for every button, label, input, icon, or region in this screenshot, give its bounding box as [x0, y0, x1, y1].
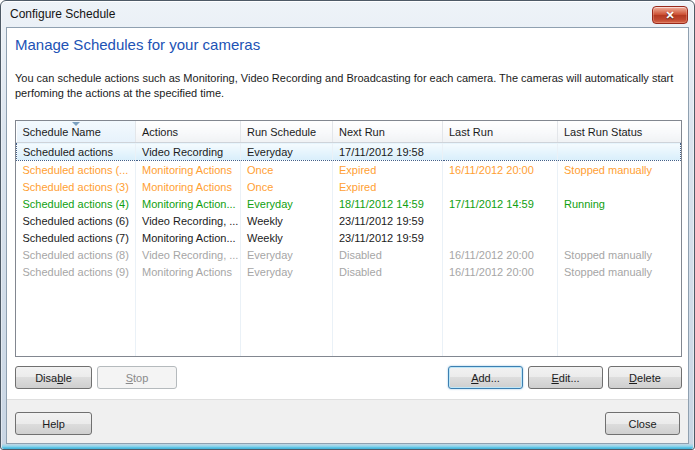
button-label: Close [628, 418, 656, 430]
column-header-last-run[interactable]: Last Run [443, 121, 558, 143]
run-schedule-cell: Everyday [241, 143, 333, 161]
column-header-label: Run Schedule [247, 126, 316, 138]
actions-cell: Video Recording, ... [136, 212, 241, 229]
last-run-cell [443, 212, 558, 229]
column-header-actions[interactable]: Actions [136, 121, 241, 143]
actions-cell: Monitoring Actions [136, 263, 241, 280]
last-run-status-cell [558, 229, 681, 246]
schedule-name-cell: Scheduled actions (3) [17, 178, 136, 195]
next-run-cell: 18/11/2012 14:59 [333, 195, 443, 212]
button-label: le [63, 372, 72, 384]
schedule-table: Schedule Name Actions Run Schedule Next … [15, 120, 682, 357]
last-run-status-cell [558, 143, 681, 161]
column-header-label: Next Run [339, 126, 385, 138]
sort-arrow-icon [72, 122, 80, 126]
schedule-name-cell: Scheduled actions [17, 143, 136, 161]
empty-cell [17, 280, 136, 356]
title-bar[interactable]: Configure Schedule ✕ [1, 1, 694, 27]
last-run-status-cell: Stopped manually [558, 246, 681, 263]
run-schedule-cell: Once [241, 161, 333, 179]
button-label: top [133, 372, 148, 384]
disable-button[interactable]: Disable [15, 366, 92, 389]
button-label: dd... [478, 372, 499, 384]
last-run-cell: 16/11/2012 20:00 [443, 246, 558, 263]
last-run-status-cell: Stopped manually [558, 263, 681, 280]
button-label: Help [42, 418, 65, 430]
button-label: A [471, 372, 478, 384]
table-header-row: Schedule Name Actions Run Schedule Next … [17, 121, 681, 143]
description-text: You can schedule actions such as Monitor… [15, 71, 675, 101]
empty-cell [241, 280, 333, 356]
next-run-cell: 23/11/2012 19:59 [333, 229, 443, 246]
last-run-cell: 16/11/2012 20:00 [443, 161, 558, 179]
button-label: E [551, 372, 558, 384]
run-schedule-cell: Weekly [241, 229, 333, 246]
close-dialog-button[interactable]: Close [605, 412, 680, 435]
empty-cell [136, 280, 241, 356]
run-schedule-cell: Everyday [241, 246, 333, 263]
run-schedule-cell: Everyday [241, 263, 333, 280]
next-run-cell: 17/11/2012 19:58 [333, 143, 443, 161]
table-row[interactable]: Scheduled actions (6) Video Recording, .… [17, 212, 681, 229]
last-run-cell [443, 143, 558, 161]
page-title: Manage Schedules for your cameras [15, 36, 260, 53]
actions-cell: Monitoring Actions [136, 178, 241, 195]
run-schedule-cell: Once [241, 178, 333, 195]
schedule-name-cell: Scheduled actions (6) [17, 212, 136, 229]
column-header-last-run-status[interactable]: Last Run Status [558, 121, 681, 143]
run-schedule-cell: Weekly [241, 212, 333, 229]
table-row[interactable]: Scheduled actions (7) Monitoring Action.… [17, 229, 681, 246]
stop-button: Stop [97, 366, 177, 389]
footer-bar: Help Close [7, 399, 688, 443]
next-run-cell: Disabled [333, 246, 443, 263]
run-schedule-cell: Everyday [241, 195, 333, 212]
schedule-name-cell: Scheduled actions (... [17, 161, 136, 179]
actions-cell: Monitoring Actions [136, 161, 241, 179]
last-run-cell: 16/11/2012 20:00 [443, 263, 558, 280]
column-header-label: Last Run [449, 126, 493, 138]
last-run-cell [443, 229, 558, 246]
schedule-name-cell: Scheduled actions (9) [17, 263, 136, 280]
last-run-cell: 17/11/2012 14:59 [443, 195, 558, 212]
last-run-status-cell: Stopped manually [558, 161, 681, 179]
table-row[interactable]: Scheduled actions Video Recording Everyd… [17, 143, 681, 161]
next-run-cell: Expired [333, 178, 443, 195]
last-run-status-cell [558, 212, 681, 229]
column-header-label: Schedule Name [23, 126, 101, 138]
empty-cell [333, 280, 443, 356]
close-button[interactable]: ✕ [652, 6, 688, 24]
table-row[interactable]: Scheduled actions (9) Monitoring Actions… [17, 263, 681, 280]
empty-table-area [17, 280, 681, 356]
column-header-next-run[interactable]: Next Run [333, 121, 443, 143]
add-button[interactable]: Add... [448, 366, 523, 389]
table-row[interactable]: Scheduled actions (4) Monitoring Action.… [17, 195, 681, 212]
column-header-label: Last Run Status [564, 126, 642, 138]
table-row[interactable]: Scheduled actions (8) Video Recording, .… [17, 246, 681, 263]
table-row[interactable]: Scheduled actions (3) Monitoring Actions… [17, 178, 681, 195]
dialog-body: Manage Schedules for your cameras You ca… [6, 27, 689, 444]
button-label: S [126, 372, 133, 384]
empty-cell [558, 280, 681, 356]
button-label: dit... [559, 372, 580, 384]
actions-cell: Monitoring Action... [136, 195, 241, 212]
column-header-label: Actions [142, 126, 178, 138]
edit-button[interactable]: Edit... [528, 366, 603, 389]
actions-cell: Monitoring Action... [136, 229, 241, 246]
schedule-name-cell: Scheduled actions (7) [17, 229, 136, 246]
schedule-name-cell: Scheduled actions (8) [17, 246, 136, 263]
button-label: D [629, 372, 637, 384]
actions-cell: Video Recording [136, 143, 241, 161]
next-run-cell: 23/11/2012 19:59 [333, 212, 443, 229]
column-header-schedule-name[interactable]: Schedule Name [17, 121, 136, 143]
next-run-cell: Disabled [333, 263, 443, 280]
table-row[interactable]: Scheduled actions (... Monitoring Action… [17, 161, 681, 179]
schedule-name-cell: Scheduled actions (4) [17, 195, 136, 212]
last-run-status-cell [558, 178, 681, 195]
last-run-cell [443, 178, 558, 195]
button-label: Disa [35, 372, 57, 384]
delete-button[interactable]: Delete [608, 366, 682, 389]
window-title: Configure Schedule [10, 7, 115, 21]
column-header-run-schedule[interactable]: Run Schedule [241, 121, 333, 143]
help-button[interactable]: Help [15, 412, 92, 435]
actions-cell: Video Recording, ... [136, 246, 241, 263]
